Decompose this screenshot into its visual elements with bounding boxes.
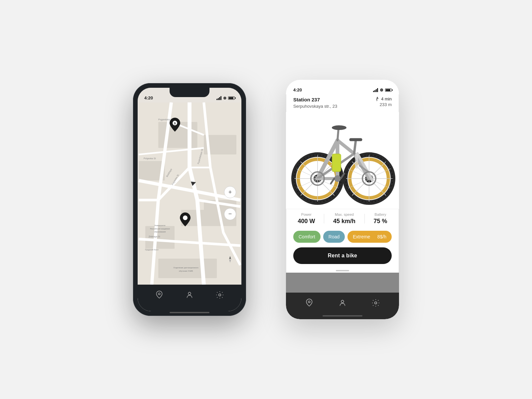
svg-point-26	[188, 292, 191, 295]
walk-icon	[375, 97, 380, 101]
spec-speed: Max. speed 45 km/h	[333, 212, 355, 225]
station-walk-info: 4 min 233 m	[375, 96, 392, 107]
svg-line-55	[357, 154, 372, 180]
svg-point-27	[218, 294, 221, 296]
svg-line-50	[337, 140, 354, 154]
svg-text:Градский Холл: Градский Холл	[145, 249, 159, 251]
spec-power: Power 400 W	[298, 212, 315, 225]
zoom-out-button[interactable]: −	[224, 208, 236, 220]
phone-map: 4:20 ⊛	[133, 83, 246, 316]
zoom-in-button[interactable]: +	[224, 186, 236, 198]
svg-line-60	[354, 140, 356, 154]
spec-divider-1	[324, 214, 324, 223]
station-name: Station 237	[293, 96, 337, 103]
svg-point-25	[159, 293, 160, 295]
walk-time: 4 min	[375, 96, 392, 101]
bike-image: SCHWALBE SMART SAM 2.6	[286, 112, 399, 209]
compass-button[interactable]	[225, 254, 235, 265]
signal-icon-2	[373, 88, 378, 92]
rent-bike-button[interactable]: Rent a bike	[293, 247, 392, 264]
battery-fill-2	[386, 89, 390, 91]
spec-power-value: 400 W	[298, 218, 315, 225]
status-icons-2: ⊛	[373, 87, 392, 92]
svg-text:обучения УНИК: обучения УНИК	[179, 270, 193, 272]
svg-marker-24	[229, 259, 231, 263]
svg-point-73	[375, 302, 377, 304]
svg-text:5: 5	[174, 122, 176, 125]
notch	[170, 88, 209, 97]
bike-specs: Power 400 W Max. speed 45 km/h Battery 7…	[286, 209, 399, 228]
svg-point-22	[183, 215, 188, 220]
svg-point-64	[334, 175, 341, 182]
svg-rect-57	[355, 154, 358, 169]
extreme-price: 8$/h	[377, 234, 386, 239]
station-info: Station 237 Serpuhovskaya str., 23	[293, 96, 337, 109]
bottom-navigation-2	[286, 293, 399, 319]
nav-settings-button-2[interactable]	[371, 299, 380, 309]
bottom-preview	[286, 273, 399, 293]
spec-speed-value: 45 km/h	[333, 218, 355, 225]
bike-svg: SCHWALBE SMART SAM 2.6	[289, 114, 396, 207]
svg-text:Zhitnaya St: Zhitnaya St	[149, 235, 160, 238]
wifi-icon: ⊛	[223, 96, 226, 100]
comfort-mode-button[interactable]: Comfort	[293, 231, 321, 243]
svg-text:Российской академии: Российской академии	[150, 228, 170, 230]
rent-area: Rent a bike	[286, 246, 399, 268]
svg-text:SCHWALBE: SCHWALBE	[312, 178, 323, 180]
station-address: Serpuhovskaya str., 23	[293, 104, 337, 109]
spec-battery-label: Battery	[374, 212, 387, 216]
nav-settings-button[interactable]	[215, 291, 224, 301]
bottom-navigation	[138, 285, 241, 311]
svg-line-62	[337, 129, 338, 140]
spec-power-label: Power	[298, 212, 315, 216]
svg-text:Университет: Университет	[154, 224, 166, 226]
wifi-icon-2: ⊛	[380, 87, 383, 92]
svg-text:Отделение дистанционного: Отделение дистанционного	[174, 267, 199, 269]
nav-profile-button[interactable]	[185, 291, 194, 301]
svg-text:Polyanka St: Polyanka St	[144, 157, 156, 160]
phone-screen: 4:20 ⊛	[138, 88, 241, 311]
nav-map-button[interactable]	[155, 291, 164, 301]
svg-point-63	[332, 125, 346, 130]
station-header: Station 237 Serpuhovskaya str., 23 4 min…	[286, 94, 399, 112]
status-time-2: 4:20	[293, 87, 373, 92]
map-area[interactable]: Pogorelskiy Ln Polyanka St Bolshaya Poly…	[138, 102, 241, 285]
walk-distance: 233 m	[375, 102, 392, 107]
scene: 4:20 ⊛	[0, 0, 532, 399]
extreme-mode-button[interactable]: Extreme 8$/h	[347, 231, 392, 243]
battery-icon-2	[385, 88, 392, 92]
svg-point-72	[341, 300, 344, 303]
home-indicator-2	[323, 315, 362, 317]
map-background: Pogorelskiy Ln Polyanka St Bolshaya Poly…	[138, 102, 241, 285]
map-pin-1[interactable]: 5	[169, 117, 181, 132]
signal-icon	[216, 96, 221, 100]
status-bar-2: 4:20 ⊛	[286, 80, 399, 94]
svg-point-28	[377, 97, 378, 98]
battery-fill	[229, 97, 233, 99]
spec-battery: Battery 75 %	[374, 212, 387, 225]
extreme-label: Extreme	[353, 234, 370, 239]
phone-detail: 4:20 ⊛ Station 237 Serpuhovskaya str., 2…	[286, 80, 399, 319]
svg-marker-23	[229, 256, 231, 259]
map-pin-2[interactable]	[179, 212, 191, 227]
nav-map-button-2[interactable]	[305, 299, 314, 309]
mode-buttons: Comfort Road Extreme 8$/h	[286, 228, 399, 246]
spec-battery-value: 75 %	[374, 218, 387, 225]
spec-speed-label: Max. speed	[333, 212, 355, 216]
scroll-indicator	[336, 270, 349, 271]
road-mode-button[interactable]: Road	[323, 231, 345, 243]
nav-profile-button-2[interactable]	[338, 299, 347, 309]
status-icons: ⊛	[216, 96, 235, 100]
svg-rect-59	[332, 154, 340, 171]
battery-icon	[228, 96, 235, 100]
svg-text:образования: образования	[154, 231, 166, 233]
spec-divider-2	[364, 214, 365, 223]
svg-point-71	[308, 301, 310, 303]
